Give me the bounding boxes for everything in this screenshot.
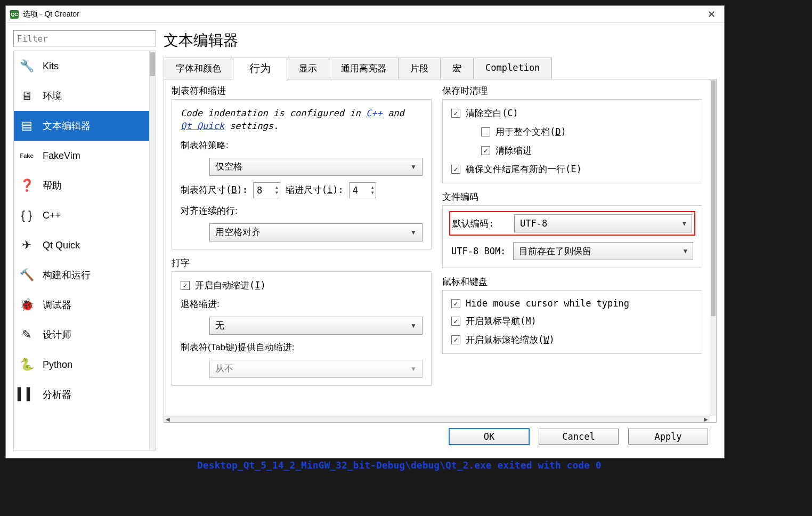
bom-label: UTF-8 BOM: (451, 246, 508, 256)
category-label: C++ (43, 210, 61, 221)
tab-fonts[interactable]: 字体和颜色 (164, 58, 233, 79)
category-env[interactable]: 🖥环境 (14, 81, 149, 111)
pencil-icon: ✎ (19, 327, 34, 342)
group-title: 文件编码 (442, 191, 702, 203)
backspace-combo[interactable]: 无▼ (209, 317, 423, 335)
group-typing: 打字 开启自动缩进(I) 退格缩进: 无▼ 制表符(Tab键)提供自动缩进: 从… (172, 257, 432, 386)
group-title: 打字 (172, 257, 432, 269)
close-icon[interactable]: ✕ (703, 9, 720, 20)
mouse-nav-checkbox[interactable]: 开启鼠标导航(M) (451, 315, 693, 327)
category-debug[interactable]: 🐞调试器 (14, 290, 149, 320)
group-encoding: 文件编码 默认编码: UTF-8▼ UTF-8 BOM: (442, 191, 702, 268)
category-label: 文本编辑器 (43, 119, 91, 132)
tabkey-combo[interactable]: 从不▼ (209, 360, 423, 378)
dialog-buttons: OK Cancel Apply (164, 423, 717, 450)
group-cleanup: 保存时清理 清除空白(C) 用于整个文档(D) 清除缩进 确保文件结尾有新的一行… (442, 85, 702, 183)
hammer-icon: 🔨 (19, 268, 34, 283)
category-designer[interactable]: ✎设计师 (14, 320, 149, 350)
window-title: 选项 - Qt Creator (23, 10, 703, 19)
category-qtquick[interactable]: ✈Qt Quick (14, 230, 149, 260)
align-combo[interactable]: 用空格对齐▼ (209, 223, 423, 241)
link-qtquick[interactable]: Qt Quick (181, 120, 224, 131)
monitor-icon: 🖥 (19, 88, 34, 103)
category-help[interactable]: ❓帮助 (14, 171, 149, 200)
category-label: 分析器 (43, 388, 71, 401)
tab-highlighter[interactable]: 通用高亮器 (329, 58, 399, 79)
chevron-down-icon: ▼ (684, 247, 687, 255)
wheel-zoom-checkbox[interactable]: 开启鼠标滚轮缩放(W) (451, 334, 693, 346)
tab-snippets[interactable]: 片段 (399, 58, 441, 79)
tab-size-spin[interactable]: ▲▼ (253, 182, 280, 198)
bug-icon: 🐞 (19, 297, 34, 312)
help-icon: ❓ (19, 178, 34, 193)
category-analyzer[interactable]: ▍▍分析器 (14, 380, 149, 409)
tab-macros[interactable]: 宏 (441, 58, 474, 79)
chevron-down-icon: ▼ (683, 220, 686, 227)
left-panel: 🔧Kits 🖥环境 ▤文本编辑器 FakeFakeVim ❓帮助 { }C++ … (13, 30, 156, 450)
category-python[interactable]: 🐍Python (14, 350, 149, 380)
page-heading: 文本编辑器 (164, 30, 717, 51)
bars-icon: ▍▍ (19, 387, 34, 402)
fake-icon: Fake (19, 148, 34, 163)
category-list: 🔧Kits 🖥环境 ▤文本编辑器 FakeFakeVim ❓帮助 { }C++ … (13, 51, 156, 450)
code-icon: { } (19, 208, 34, 223)
scroll-right-icon[interactable]: ▶ (702, 416, 710, 422)
category-build[interactable]: 🔨构建和运行 (14, 260, 149, 290)
hide-cursor-checkbox[interactable]: Hide mouse cursor while typing (451, 298, 693, 309)
category-label: 构建和运行 (43, 269, 91, 281)
align-label: 对齐连续的行: (181, 205, 423, 217)
category-label: 帮助 (43, 179, 62, 192)
bom-combo[interactable]: 目前存在了则保留▼ (513, 242, 693, 260)
tab-policy-combo[interactable]: 仅空格▼ (209, 158, 423, 176)
category-scrollbar[interactable] (149, 51, 156, 450)
default-encoding-combo[interactable]: UTF-8▼ (514, 214, 692, 232)
ensure-newline-checkbox[interactable]: 确保文件结尾有新的一行(E) (451, 163, 693, 175)
indent-size-spin[interactable]: ▲▼ (349, 182, 376, 198)
auto-indent-checkbox[interactable]: 开启自动缩进(I) (181, 279, 423, 292)
chevron-down-icon: ▼ (410, 229, 417, 236)
clear-whitespace-checkbox[interactable]: 清除空白(C) (451, 107, 693, 119)
indent-size-label: 缩进尺寸(i): (286, 184, 344, 196)
whole-doc-checkbox[interactable]: 用于整个文档(D) (481, 126, 693, 138)
kits-icon: 🔧 (19, 59, 34, 74)
category-fakevim[interactable]: FakeFakeVim (14, 141, 149, 171)
tab-completion[interactable]: Completion (474, 58, 552, 79)
pane-hscrollbar[interactable]: ◀▶ (164, 416, 710, 422)
tab-display[interactable]: 显示 (287, 58, 329, 79)
indent-info: Code indentation is configured in C++ an… (181, 107, 423, 133)
category-cpp[interactable]: { }C++ (14, 200, 149, 230)
category-kits[interactable]: 🔧Kits (14, 51, 149, 81)
category-label: Kits (43, 61, 59, 72)
right-panel: 文本编辑器 字体和颜色 行为 显示 通用高亮器 片段 宏 Completion … (164, 30, 717, 450)
tabkey-label: 制表符(Tab键)提供自动缩进: (181, 341, 423, 353)
default-encoding-label: 默认编码: (452, 217, 509, 230)
group-title: 鼠标和键盘 (442, 276, 702, 288)
chevron-down-icon: ▼ (410, 163, 417, 171)
category-label: Qt Quick (43, 240, 80, 251)
group-title: 保存时清理 (442, 85, 702, 97)
apply-button[interactable]: Apply (628, 429, 708, 445)
background-console-text: Desktop_Qt_5_14_2_MinGW_32_bit-Debug\deb… (197, 459, 602, 471)
link-cpp[interactable]: C++ (366, 108, 383, 118)
filter-input[interactable] (13, 30, 156, 46)
tab-bar: 字体和颜色 行为 显示 通用高亮器 片段 宏 Completion (164, 57, 717, 79)
cancel-button[interactable]: Cancel (539, 429, 619, 445)
title-bar: QC 选项 - Qt Creator ✕ (6, 6, 724, 23)
category-editor[interactable]: ▤文本编辑器 (14, 111, 149, 141)
scroll-left-icon[interactable]: ◀ (164, 416, 172, 422)
tab-pane: 制表符和缩进 Code indentation is configured in… (164, 79, 717, 423)
tab-policy-label: 制表符策略: (181, 139, 423, 151)
pane-vscrollbar[interactable] (710, 79, 716, 416)
category-label: 设计师 (43, 328, 71, 341)
clear-indent-checkbox[interactable]: 清除缩进 (481, 144, 693, 157)
backspace-label: 退格缩进: (181, 298, 423, 310)
app-icon: QC (10, 10, 19, 19)
chevron-down-icon: ▼ (410, 365, 417, 373)
plane-icon: ✈ (19, 238, 34, 253)
tab-behavior[interactable]: 行为 (233, 58, 287, 79)
group-mouse: 鼠标和键盘 Hide mouse cursor while typing 开启鼠… (442, 276, 702, 354)
highlight-box: 默认编码: UTF-8▼ (449, 211, 695, 236)
category-label: FakeVim (43, 150, 80, 162)
ok-button[interactable]: OK (449, 429, 529, 445)
col-left: 制表符和缩进 Code indentation is configured in… (172, 85, 432, 410)
